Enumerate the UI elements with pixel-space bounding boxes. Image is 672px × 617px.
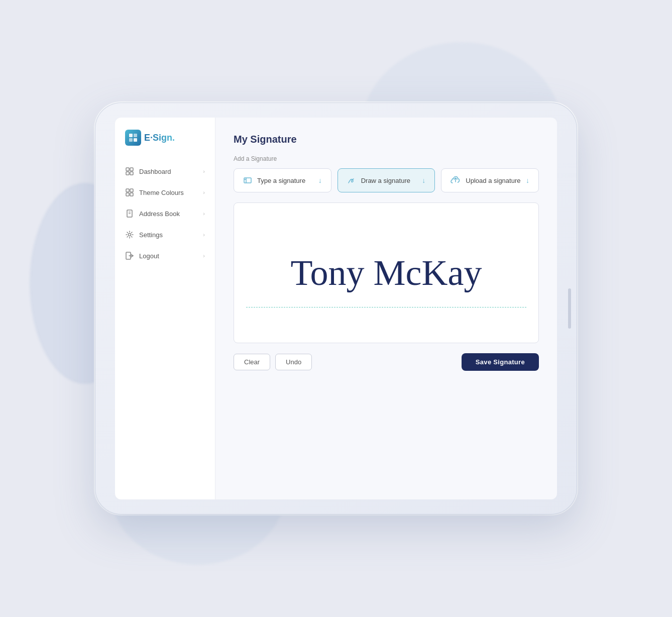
sidebar-label-theme: Theme Colours [139, 189, 184, 196]
screen: E·Sign. [115, 118, 557, 499]
tablet-device: E·Sign. [95, 102, 577, 515]
sidebar-label-logout: Logout [139, 252, 159, 260]
chevron-settings: › [203, 232, 205, 238]
svg-point-15 [129, 234, 131, 236]
sidebar-label-dashboard: Dashboard [139, 168, 171, 175]
svg-rect-18 [244, 178, 251, 183]
tab-type-label: Type a signature [257, 177, 305, 184]
grid-icon [125, 167, 134, 176]
logo-text: E·Sign. [144, 133, 175, 143]
tablet-scrollbar [568, 288, 571, 329]
nav-item-left-theme: Theme Colours [125, 188, 184, 197]
svg-rect-11 [130, 193, 133, 196]
signature-canvas-area[interactable]: Tony McKay [234, 202, 539, 343]
tab-upload-signature[interactable]: Upload a signature ↓ [441, 168, 539, 192]
svg-rect-3 [134, 138, 137, 142]
page-title: My Signature [234, 134, 539, 145]
sidebar-item-address-book[interactable]: Address Book › [115, 203, 215, 224]
clear-button[interactable]: Clear [234, 354, 270, 370]
undo-button[interactable]: Undo [275, 354, 312, 370]
signature-tabs: Type a signature ↓ Draw a signa [234, 168, 539, 192]
action-left-buttons: Clear Undo [234, 354, 312, 370]
chevron-logout: › [203, 253, 205, 259]
type-icon [243, 176, 252, 185]
nav-item-left-settings: Settings [125, 230, 163, 239]
svg-rect-0 [129, 134, 133, 137]
sidebar-item-logout[interactable]: Logout › [115, 245, 215, 266]
logo-svg [128, 133, 138, 143]
logout-icon [125, 251, 134, 260]
svg-rect-9 [130, 189, 133, 192]
tab-draw-label: Draw a signature [361, 177, 410, 184]
draw-icon [347, 176, 356, 185]
tab-type-left: Type a signature [243, 176, 305, 185]
tab-type-arrow: ↓ [318, 176, 322, 184]
svg-rect-2 [129, 138, 133, 142]
device-wrapper: E·Sign. [60, 82, 612, 535]
nav-item-left-logout: Logout [125, 251, 159, 260]
svg-rect-4 [126, 168, 129, 171]
nav-item-left-address: Address Book [125, 209, 180, 218]
sidebar-item-theme-colours[interactable]: Theme Colours › [115, 182, 215, 203]
tab-draw-left: Draw a signature [347, 176, 410, 185]
tab-draw-signature[interactable]: Draw a signature ↓ [338, 168, 435, 192]
svg-rect-7 [130, 172, 133, 175]
svg-rect-5 [130, 168, 133, 171]
sidebar-label-address: Address Book [139, 210, 180, 218]
tab-upload-left: Upload a signature [451, 176, 520, 185]
signature-display: Tony McKay [291, 251, 482, 294]
add-signature-label: Add a Signature [234, 155, 539, 162]
tab-upload-label: Upload a signature [466, 177, 520, 184]
book-icon [125, 209, 134, 218]
logo-area: E·Sign. [115, 130, 215, 161]
tab-type-signature[interactable]: Type a signature ↓ [234, 168, 331, 192]
gear-icon [125, 230, 134, 239]
signature-baseline [246, 307, 526, 307]
tab-upload-arrow: ↓ [526, 176, 529, 184]
chevron-address: › [203, 211, 205, 217]
svg-rect-10 [126, 193, 129, 196]
sidebar-item-settings[interactable]: Settings › [115, 224, 215, 245]
palette-icon [125, 188, 134, 197]
sidebar-label-settings: Settings [139, 231, 163, 239]
svg-rect-8 [126, 189, 129, 192]
sidebar: E·Sign. [115, 118, 215, 499]
tab-draw-arrow: ↓ [422, 176, 425, 184]
main-content: My Signature Add a Signature [215, 118, 557, 499]
chevron-dashboard: › [203, 168, 205, 174]
sidebar-nav: Dashboard › [115, 161, 215, 266]
nav-item-left-dashboard: Dashboard [125, 167, 171, 176]
action-row: Clear Undo Save Signature [234, 353, 539, 371]
sidebar-item-dashboard[interactable]: Dashboard › [115, 161, 215, 182]
svg-rect-6 [126, 172, 129, 175]
upload-icon [451, 176, 461, 185]
save-signature-button[interactable]: Save Signature [462, 353, 539, 371]
logo-icon [125, 130, 141, 146]
chevron-theme: › [203, 189, 205, 195]
svg-rect-1 [134, 134, 137, 137]
